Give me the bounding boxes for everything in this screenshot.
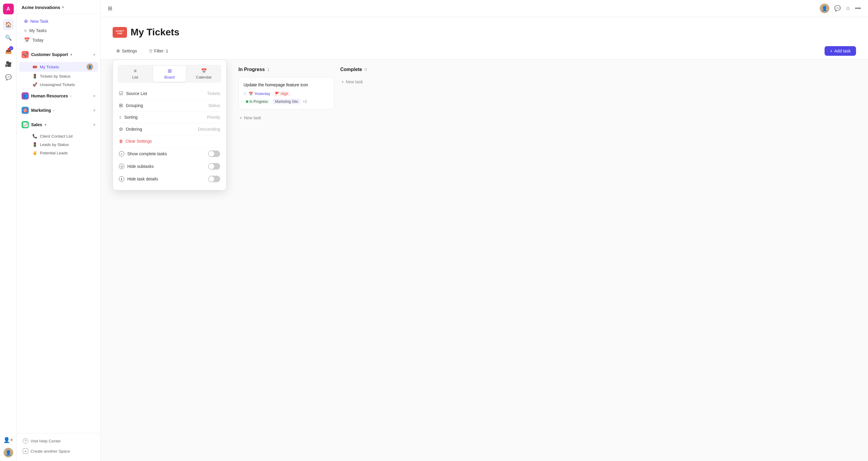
clear-settings-button[interactable]: 🗑 Clear Settings <box>118 135 221 147</box>
filter-icon: ▽ <box>149 49 152 53</box>
page-title-text: My Tickets <box>131 27 179 38</box>
grouping-row[interactable]: ⊞ Grouping Status <box>118 99 221 112</box>
group-human-resources[interactable]: 👥 Human Resources › + <box>17 90 100 102</box>
topbar: ⊞ 👤 💬 ☆ ••• <box>101 0 868 17</box>
my-tasks-icon: ○ <box>24 28 27 33</box>
hr-chevron: › <box>70 94 71 98</box>
sidebar-child-client-contact[interactable]: 📞 Client Contact List <box>19 132 98 140</box>
priority-text: High <box>281 92 288 96</box>
group-sales[interactable]: 📈 Sales ▾ + <box>17 119 100 131</box>
new-task-in-progress[interactable]: + New task <box>239 113 334 123</box>
potential-leads-icon: ✌️ <box>32 150 37 155</box>
card-tag-more: +2 <box>303 99 307 104</box>
workspace-chevron: ▾ <box>62 5 64 9</box>
tab-list[interactable]: ≡ List <box>119 66 152 82</box>
leads-status-icon: 🚦 <box>32 142 37 147</box>
hide-details-toggle[interactable] <box>208 176 220 182</box>
customer-support-icon: 🚀 <box>22 51 29 58</box>
hide-details-label: Hide task details <box>127 177 158 181</box>
client-contact-label: Client Contact List <box>40 134 73 139</box>
filter-label: Filter: 1 <box>154 49 168 53</box>
unassigned-label: Unassigned Tickets <box>40 82 75 87</box>
sidebar-item-today[interactable]: 📅 Today <box>19 35 98 45</box>
board-tab-icon: ⊞ <box>168 68 172 74</box>
sales-chevron: ▾ <box>44 123 46 127</box>
nav-add-user[interactable]: 👤+ <box>3 435 14 445</box>
group-customer-support[interactable]: 🚀 Customer Support ▾ + <box>17 49 100 61</box>
nav-search[interactable]: 🔍 <box>3 32 14 43</box>
new-task-icon: ⊕ <box>24 18 28 24</box>
ordering-icon: ⊜ <box>119 126 123 132</box>
marketing-plus[interactable]: + <box>93 108 96 113</box>
nav-inbox[interactable]: 📥 1 <box>3 46 14 56</box>
tab-calendar[interactable]: 📅 Calendar <box>187 66 220 82</box>
nav-chat[interactable]: 💬 <box>3 72 14 83</box>
today-label: Today <box>32 38 43 42</box>
collapse-sidebar-icon[interactable]: ⊞ <box>108 5 112 12</box>
more-options-icon[interactable]: ••• <box>855 5 861 12</box>
new-task-complete[interactable]: + New task <box>340 77 436 87</box>
hr-icon: 👥 <box>22 92 29 99</box>
hide-subtasks-toggle[interactable] <box>208 163 220 170</box>
add-task-button[interactable]: + Add task <box>825 46 856 56</box>
card-tag: Marketing Site <box>273 99 301 104</box>
source-list-row[interactable]: ☑ Source List Tickets <box>118 88 221 99</box>
quick-section: ⊕ New Task ○ My Tasks 📅 Today <box>17 14 100 47</box>
nav-video[interactable]: 🎥 <box>3 59 14 69</box>
source-list-icon: ☑ <box>119 90 123 96</box>
hide-details-row: ℹ Hide task details <box>118 173 221 185</box>
board-content: ≡ List ⊞ Board 📅 Calendar ☑ Source List <box>101 60 868 461</box>
help-label: Visit Help Center <box>31 439 61 443</box>
show-complete-toggle[interactable] <box>208 150 220 157</box>
hr-plus[interactable]: + <box>93 93 96 98</box>
sorting-row[interactable]: ↕ Sorting Priority <box>118 112 221 123</box>
show-complete-row: ✓ Show complete tasks <box>118 147 221 160</box>
visit-help-center[interactable]: ? Visit Help Center <box>19 436 98 446</box>
filter-button[interactable]: ▽ Filter: 1 <box>146 47 172 55</box>
sidebar-child-leads-by-status[interactable]: 🚦 Leads by Status <box>19 141 98 148</box>
create-space-icon: + <box>23 449 28 454</box>
calendar-tab-label: Calendar <box>196 75 212 80</box>
card-status[interactable]: In Progress <box>244 99 270 104</box>
my-tickets-avatar: 👤 <box>87 63 93 70</box>
source-list-value: Tickets <box>207 91 220 96</box>
card-tags: In Progress Marketing Site +2 <box>244 99 329 104</box>
card-priority[interactable]: 🚩 High <box>273 91 290 96</box>
marketing-icon: 🎯 <box>22 107 29 114</box>
workspace-avatar[interactable]: A <box>3 4 14 15</box>
topbar-user-avatar[interactable]: 👤 <box>820 4 829 13</box>
sidebar-child-unassigned-tickets[interactable]: 🚀 Unassigned Tickets <box>19 81 98 88</box>
new-task-label: New Task <box>30 19 48 24</box>
workspace-title[interactable]: Acme Innovations ▾ <box>22 5 64 10</box>
star-icon[interactable]: ☆ <box>845 5 850 12</box>
grouping-value: Status <box>208 103 220 108</box>
nav-home[interactable]: 🏠 <box>3 19 14 30</box>
sidebar-child-tickets-by-status[interactable]: 🚦 Tickets by Status <box>19 72 98 80</box>
board-card: Update the homepage feature icon ≡ 📅 Yes… <box>239 77 334 109</box>
customer-support-plus[interactable]: + <box>93 52 96 57</box>
client-contact-icon: 📞 <box>32 134 37 139</box>
group-marketing[interactable]: 🎯 Marketing › + <box>17 104 100 116</box>
calendar-icon: 📅 <box>249 92 253 96</box>
sales-plus[interactable]: + <box>93 122 96 127</box>
create-another-space[interactable]: + Create another Space <box>19 446 98 456</box>
status-text: In Progress <box>249 99 268 104</box>
status-dot <box>246 100 248 103</box>
in-progress-label: In Progress <box>239 67 265 72</box>
card-date[interactable]: 📅 Yesterday <box>249 92 270 96</box>
trash-icon: 🗑 <box>119 139 123 144</box>
user-avatar-small[interactable]: 👤 <box>4 448 13 457</box>
tab-board[interactable]: ⊞ Board <box>153 66 186 82</box>
settings-button[interactable]: ⚙ Settings <box>113 47 141 55</box>
sidebar-child-potential-leads[interactable]: ✌️ Potential Leads <box>19 149 98 157</box>
ordering-row[interactable]: ⊜ Ordering Descending <box>118 123 221 135</box>
board-columns: In Progress 1 Update the homepage featur… <box>239 67 436 454</box>
sidebar-item-my-tasks[interactable]: ○ My Tasks <box>19 26 98 35</box>
complete-label: Complete <box>340 67 362 72</box>
chat-icon[interactable]: 💬 <box>834 5 841 12</box>
complete-count: 0 <box>365 67 367 72</box>
new-task-text: New task <box>244 115 261 120</box>
board-tab-label: Board <box>164 75 175 80</box>
sidebar-child-my-tickets[interactable]: 🎟️ My Tickets 👤 <box>19 62 98 71</box>
sidebar-item-new-task[interactable]: ⊕ New Task <box>19 17 98 26</box>
